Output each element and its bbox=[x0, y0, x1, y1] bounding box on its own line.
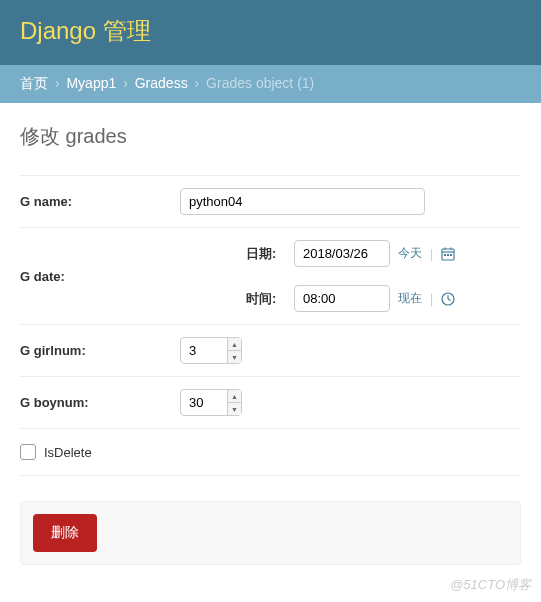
helper-separator: | bbox=[430, 292, 433, 306]
breadcrumb-home[interactable]: 首页 bbox=[20, 75, 48, 91]
breadcrumb-app[interactable]: Myapp1 bbox=[66, 75, 116, 91]
clock-icon[interactable] bbox=[441, 292, 455, 306]
submit-row: 删除 bbox=[20, 501, 521, 565]
helper-separator: | bbox=[430, 247, 433, 261]
ggirlnum-spinner: ▲ ▼ bbox=[227, 338, 241, 363]
spinner-down-icon[interactable]: ▼ bbox=[228, 403, 241, 415]
time-sublabel: 时间: bbox=[246, 290, 286, 308]
spinner-up-icon[interactable]: ▲ bbox=[228, 338, 241, 351]
gname-label: G name: bbox=[20, 194, 180, 209]
breadcrumb: 首页 › Myapp1 › Gradess › Grades object (1… bbox=[0, 65, 541, 103]
svg-rect-4 bbox=[444, 254, 446, 256]
breadcrumb-model[interactable]: Gradess bbox=[135, 75, 188, 91]
spinner-down-icon[interactable]: ▼ bbox=[228, 351, 241, 363]
field-row-isdelete: IsDelete bbox=[20, 429, 521, 476]
gboynum-spinner: ▲ ▼ bbox=[227, 390, 241, 415]
now-link[interactable]: 现在 bbox=[398, 290, 422, 307]
breadcrumb-separator: › bbox=[195, 75, 200, 91]
gboynum-label: G boynum: bbox=[20, 395, 180, 410]
page-title: 修改 grades bbox=[20, 123, 521, 150]
calendar-icon[interactable] bbox=[441, 247, 455, 261]
time-input[interactable] bbox=[294, 285, 390, 312]
svg-line-9 bbox=[448, 299, 451, 301]
site-title: Django 管理 bbox=[20, 15, 521, 47]
isdelete-checkbox[interactable] bbox=[20, 444, 36, 460]
isdelete-label: IsDelete bbox=[44, 445, 92, 460]
ggirlnum-label: G girlnum: bbox=[20, 343, 180, 358]
gname-input[interactable] bbox=[180, 188, 425, 215]
breadcrumb-current: Grades object (1) bbox=[206, 75, 314, 91]
svg-rect-6 bbox=[450, 254, 452, 256]
delete-button[interactable]: 删除 bbox=[33, 514, 97, 552]
date-input[interactable] bbox=[294, 240, 390, 267]
spinner-up-icon[interactable]: ▲ bbox=[228, 390, 241, 403]
field-row-ggirlnum: G girlnum: ▲ ▼ bbox=[20, 325, 521, 377]
date-sublabel: 日期: bbox=[246, 245, 286, 263]
watermark: @51CTO博客 bbox=[450, 576, 531, 585]
breadcrumb-separator: › bbox=[55, 75, 60, 91]
field-row-gdate: G date: 日期: 今天 | 时间: 现在 | bbox=[20, 228, 521, 325]
field-row-gboynum: G boynum: ▲ ▼ bbox=[20, 377, 521, 429]
breadcrumb-separator: › bbox=[123, 75, 128, 91]
today-link[interactable]: 今天 bbox=[398, 245, 422, 262]
svg-rect-5 bbox=[447, 254, 449, 256]
field-row-gname: G name: bbox=[20, 175, 521, 228]
gdate-label: G date: bbox=[20, 269, 180, 284]
content-area: 修改 grades G name: G date: 日期: 今天 | 时间: 现… bbox=[0, 103, 541, 585]
admin-header: Django 管理 bbox=[0, 0, 541, 65]
